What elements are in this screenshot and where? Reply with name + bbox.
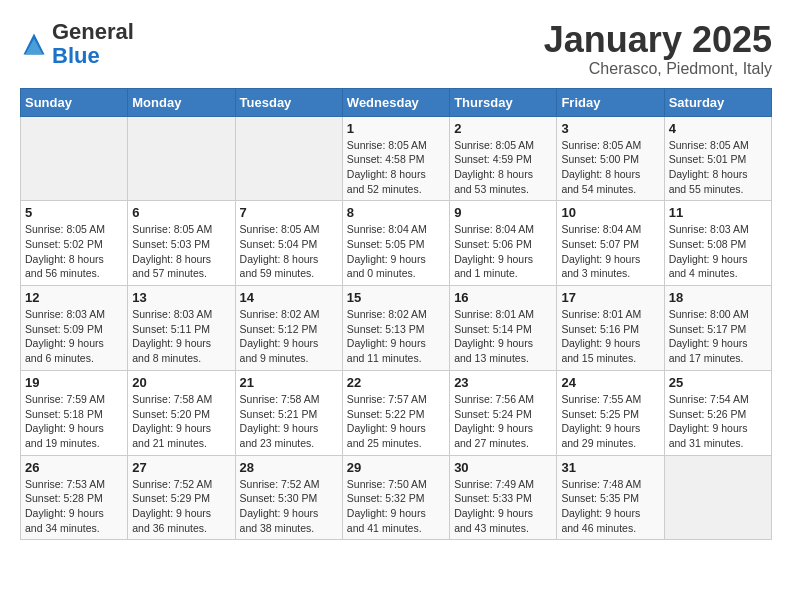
weekday-header-friday: Friday — [557, 88, 664, 116]
day-number: 25 — [669, 375, 767, 390]
day-info: Sunrise: 8:03 AMSunset: 5:08 PMDaylight:… — [669, 222, 767, 281]
day-number: 20 — [132, 375, 230, 390]
day-info: Sunrise: 8:05 AMSunset: 5:01 PMDaylight:… — [669, 138, 767, 197]
day-info: Sunrise: 7:59 AMSunset: 5:18 PMDaylight:… — [25, 392, 123, 451]
day-cell: 22Sunrise: 7:57 AMSunset: 5:22 PMDayligh… — [342, 370, 449, 455]
day-cell: 25Sunrise: 7:54 AMSunset: 5:26 PMDayligh… — [664, 370, 771, 455]
week-row-4: 19Sunrise: 7:59 AMSunset: 5:18 PMDayligh… — [21, 370, 772, 455]
day-number: 8 — [347, 205, 445, 220]
day-info: Sunrise: 7:52 AMSunset: 5:30 PMDaylight:… — [240, 477, 338, 536]
day-cell: 20Sunrise: 7:58 AMSunset: 5:20 PMDayligh… — [128, 370, 235, 455]
day-cell: 2Sunrise: 8:05 AMSunset: 4:59 PMDaylight… — [450, 116, 557, 201]
day-number: 26 — [25, 460, 123, 475]
day-info: Sunrise: 7:56 AMSunset: 5:24 PMDaylight:… — [454, 392, 552, 451]
day-cell: 29Sunrise: 7:50 AMSunset: 5:32 PMDayligh… — [342, 455, 449, 540]
logo-blue: Blue — [52, 43, 100, 68]
day-number: 9 — [454, 205, 552, 220]
day-cell: 1Sunrise: 8:05 AMSunset: 4:58 PMDaylight… — [342, 116, 449, 201]
logo: General Blue — [20, 20, 134, 68]
day-info: Sunrise: 8:05 AMSunset: 5:02 PMDaylight:… — [25, 222, 123, 281]
day-cell: 15Sunrise: 8:02 AMSunset: 5:13 PMDayligh… — [342, 286, 449, 371]
day-number: 2 — [454, 121, 552, 136]
day-number: 18 — [669, 290, 767, 305]
day-cell: 5Sunrise: 8:05 AMSunset: 5:02 PMDaylight… — [21, 201, 128, 286]
day-cell: 27Sunrise: 7:52 AMSunset: 5:29 PMDayligh… — [128, 455, 235, 540]
day-info: Sunrise: 8:05 AMSunset: 4:59 PMDaylight:… — [454, 138, 552, 197]
day-cell: 3Sunrise: 8:05 AMSunset: 5:00 PMDaylight… — [557, 116, 664, 201]
day-number: 21 — [240, 375, 338, 390]
day-info: Sunrise: 7:57 AMSunset: 5:22 PMDaylight:… — [347, 392, 445, 451]
day-number: 27 — [132, 460, 230, 475]
day-cell: 18Sunrise: 8:00 AMSunset: 5:17 PMDayligh… — [664, 286, 771, 371]
week-row-3: 12Sunrise: 8:03 AMSunset: 5:09 PMDayligh… — [21, 286, 772, 371]
day-info: Sunrise: 8:04 AMSunset: 5:07 PMDaylight:… — [561, 222, 659, 281]
day-info: Sunrise: 8:05 AMSunset: 5:04 PMDaylight:… — [240, 222, 338, 281]
weekday-header-saturday: Saturday — [664, 88, 771, 116]
day-number: 24 — [561, 375, 659, 390]
day-cell: 12Sunrise: 8:03 AMSunset: 5:09 PMDayligh… — [21, 286, 128, 371]
day-cell — [664, 455, 771, 540]
title-block: January 2025 Cherasco, Piedmont, Italy — [544, 20, 772, 78]
day-number: 28 — [240, 460, 338, 475]
day-cell — [235, 116, 342, 201]
day-info: Sunrise: 7:50 AMSunset: 5:32 PMDaylight:… — [347, 477, 445, 536]
day-info: Sunrise: 7:58 AMSunset: 5:20 PMDaylight:… — [132, 392, 230, 451]
day-info: Sunrise: 8:04 AMSunset: 5:05 PMDaylight:… — [347, 222, 445, 281]
day-number: 5 — [25, 205, 123, 220]
day-info: Sunrise: 7:52 AMSunset: 5:29 PMDaylight:… — [132, 477, 230, 536]
day-number: 14 — [240, 290, 338, 305]
day-cell: 23Sunrise: 7:56 AMSunset: 5:24 PMDayligh… — [450, 370, 557, 455]
weekday-header-wednesday: Wednesday — [342, 88, 449, 116]
day-info: Sunrise: 7:54 AMSunset: 5:26 PMDaylight:… — [669, 392, 767, 451]
week-row-1: 1Sunrise: 8:05 AMSunset: 4:58 PMDaylight… — [21, 116, 772, 201]
day-number: 13 — [132, 290, 230, 305]
header: General Blue January 2025 Cherasco, Pied… — [20, 20, 772, 78]
day-info: Sunrise: 8:04 AMSunset: 5:06 PMDaylight:… — [454, 222, 552, 281]
day-number: 15 — [347, 290, 445, 305]
calendar-title: January 2025 — [544, 20, 772, 60]
day-number: 4 — [669, 121, 767, 136]
day-cell: 24Sunrise: 7:55 AMSunset: 5:25 PMDayligh… — [557, 370, 664, 455]
day-cell: 7Sunrise: 8:05 AMSunset: 5:04 PMDaylight… — [235, 201, 342, 286]
day-cell: 21Sunrise: 7:58 AMSunset: 5:21 PMDayligh… — [235, 370, 342, 455]
day-cell: 8Sunrise: 8:04 AMSunset: 5:05 PMDaylight… — [342, 201, 449, 286]
day-info: Sunrise: 7:48 AMSunset: 5:35 PMDaylight:… — [561, 477, 659, 536]
week-row-5: 26Sunrise: 7:53 AMSunset: 5:28 PMDayligh… — [21, 455, 772, 540]
day-cell: 4Sunrise: 8:05 AMSunset: 5:01 PMDaylight… — [664, 116, 771, 201]
day-info: Sunrise: 8:00 AMSunset: 5:17 PMDaylight:… — [669, 307, 767, 366]
day-info: Sunrise: 8:02 AMSunset: 5:12 PMDaylight:… — [240, 307, 338, 366]
weekday-header-row: SundayMondayTuesdayWednesdayThursdayFrid… — [21, 88, 772, 116]
day-number: 12 — [25, 290, 123, 305]
day-info: Sunrise: 8:01 AMSunset: 5:14 PMDaylight:… — [454, 307, 552, 366]
weekday-header-tuesday: Tuesday — [235, 88, 342, 116]
day-info: Sunrise: 8:05 AMSunset: 5:00 PMDaylight:… — [561, 138, 659, 197]
weekday-header-thursday: Thursday — [450, 88, 557, 116]
day-info: Sunrise: 7:58 AMSunset: 5:21 PMDaylight:… — [240, 392, 338, 451]
day-cell: 9Sunrise: 8:04 AMSunset: 5:06 PMDaylight… — [450, 201, 557, 286]
day-info: Sunrise: 8:05 AMSunset: 4:58 PMDaylight:… — [347, 138, 445, 197]
day-cell: 16Sunrise: 8:01 AMSunset: 5:14 PMDayligh… — [450, 286, 557, 371]
day-info: Sunrise: 8:03 AMSunset: 5:11 PMDaylight:… — [132, 307, 230, 366]
day-number: 23 — [454, 375, 552, 390]
day-info: Sunrise: 7:49 AMSunset: 5:33 PMDaylight:… — [454, 477, 552, 536]
day-info: Sunrise: 7:55 AMSunset: 5:25 PMDaylight:… — [561, 392, 659, 451]
weekday-header-sunday: Sunday — [21, 88, 128, 116]
day-number: 1 — [347, 121, 445, 136]
day-cell: 30Sunrise: 7:49 AMSunset: 5:33 PMDayligh… — [450, 455, 557, 540]
week-row-2: 5Sunrise: 8:05 AMSunset: 5:02 PMDaylight… — [21, 201, 772, 286]
logo-icon — [20, 30, 48, 58]
day-cell: 19Sunrise: 7:59 AMSunset: 5:18 PMDayligh… — [21, 370, 128, 455]
day-cell — [128, 116, 235, 201]
day-number: 30 — [454, 460, 552, 475]
day-number: 11 — [669, 205, 767, 220]
day-info: Sunrise: 8:02 AMSunset: 5:13 PMDaylight:… — [347, 307, 445, 366]
day-cell: 17Sunrise: 8:01 AMSunset: 5:16 PMDayligh… — [557, 286, 664, 371]
day-cell: 14Sunrise: 8:02 AMSunset: 5:12 PMDayligh… — [235, 286, 342, 371]
day-number: 16 — [454, 290, 552, 305]
day-number: 7 — [240, 205, 338, 220]
day-number: 6 — [132, 205, 230, 220]
day-cell: 26Sunrise: 7:53 AMSunset: 5:28 PMDayligh… — [21, 455, 128, 540]
day-number: 31 — [561, 460, 659, 475]
day-cell: 6Sunrise: 8:05 AMSunset: 5:03 PMDaylight… — [128, 201, 235, 286]
day-number: 29 — [347, 460, 445, 475]
